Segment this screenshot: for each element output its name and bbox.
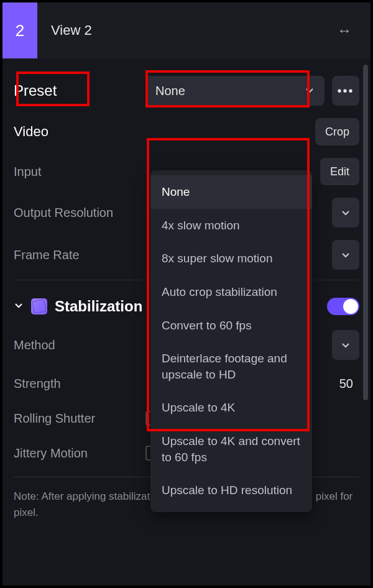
edit-button[interactable]: Edit — [320, 158, 359, 185]
stabilization-toggle[interactable] — [327, 298, 359, 315]
chevron-down-icon — [341, 208, 351, 218]
strength-value: 50 — [339, 377, 359, 391]
video-section-label: Video — [14, 124, 138, 140]
input-label: Input — [14, 165, 138, 179]
jittery-motion-label: Jittery Motion — [14, 446, 138, 461]
dots-horizontal-icon: ••• — [337, 84, 354, 98]
strength-label: Strength — [14, 377, 138, 391]
method-select[interactable] — [332, 330, 359, 360]
frame-rate-select[interactable] — [332, 240, 359, 270]
preset-option[interactable]: 4x slow motion — [150, 209, 312, 242]
chevron-down-icon — [341, 250, 351, 260]
preset-label: Preset — [14, 82, 138, 99]
stabilization-icon — [31, 298, 47, 315]
preset-option[interactable]: Deinterlace footage and upscale to HD — [150, 342, 312, 391]
preset-dropdown: None4x slow motion8x super slow motionAu… — [150, 170, 312, 512]
preset-option[interactable]: Upscale to 4K — [150, 391, 312, 425]
preset-option[interactable]: 8x super slow motion — [150, 242, 312, 275]
horizontal-resize-icon[interactable]: ↔ — [331, 18, 358, 43]
preset-select[interactable]: None — [145, 76, 325, 106]
chevron-down-icon — [305, 84, 315, 98]
view-title: View 2 — [51, 22, 331, 39]
view-index-badge: 2 — [2, 2, 37, 58]
crop-button[interactable]: Crop — [315, 118, 359, 145]
output-resolution-label: Output Resolution — [14, 206, 138, 220]
preset-option[interactable]: None — [150, 175, 312, 209]
chevron-down-icon — [341, 340, 351, 350]
scrollbar[interactable] — [363, 65, 368, 400]
chevron-down-icon[interactable] — [14, 300, 24, 313]
method-label: Method — [14, 338, 138, 352]
preset-select-value: None — [155, 84, 185, 98]
preset-option[interactable]: Upscale to 4K and convert to 60 fps — [150, 425, 312, 474]
stabilization-title: Stabilization — [55, 298, 142, 315]
preset-option[interactable]: Auto crop stabilization — [150, 275, 312, 309]
output-resolution-select[interactable] — [332, 198, 359, 227]
preset-option[interactable]: Convert to 60 fps — [150, 309, 312, 342]
preset-more-button[interactable]: ••• — [332, 76, 359, 106]
frame-rate-label: Frame Rate — [14, 248, 138, 262]
rolling-shutter-label: Rolling Shutter — [14, 411, 138, 426]
preset-option[interactable]: Upscale to HD resolution — [150, 474, 312, 507]
